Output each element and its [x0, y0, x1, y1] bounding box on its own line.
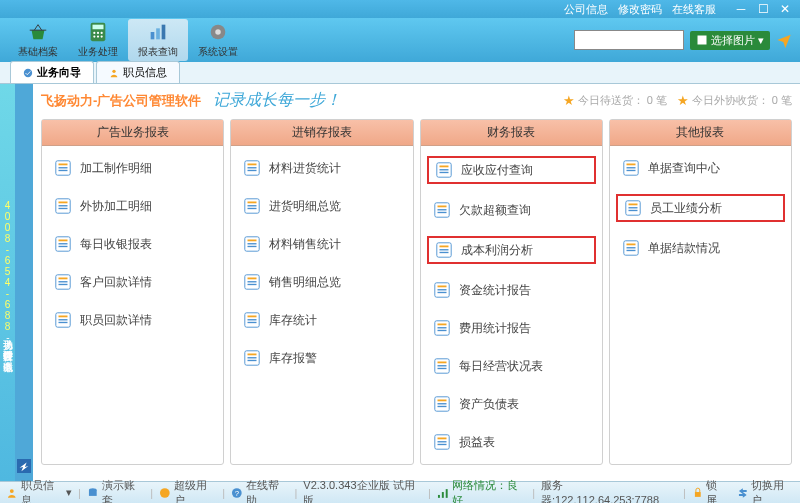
report-item[interactable]: 材料销售统计: [237, 232, 406, 256]
report-icon: [54, 235, 72, 253]
svg-rect-64: [439, 172, 448, 173]
send-icon[interactable]: [776, 32, 792, 48]
svg-rect-35: [59, 319, 68, 320]
db-icon: [87, 487, 99, 499]
svg-point-2: [93, 32, 95, 34]
tab-employee-info[interactable]: 职员信息: [96, 61, 180, 83]
report-icon: [435, 161, 453, 179]
side-vertical-banner: 4008-654-688飞扬动力-广告公司管理软件 服务电话:: [0, 84, 15, 481]
report-item[interactable]: 销售明细总览: [237, 270, 406, 294]
report-item-label: 材料销售统计: [269, 236, 341, 253]
sb-switch-user[interactable]: 切换用户: [737, 478, 794, 504]
help-icon: ?: [231, 487, 243, 499]
report-item[interactable]: 单据查询中心: [616, 156, 785, 180]
star-icon: ★: [677, 93, 689, 108]
report-panel: 广告业务报表加工制作明细外协加工明细每日收银报表客户回款详情职员回款详情: [41, 119, 224, 465]
report-item[interactable]: 客户回款详情: [48, 270, 217, 294]
report-item[interactable]: 费用统计报告: [427, 316, 596, 340]
svg-rect-24: [59, 208, 68, 209]
report-item-label: 费用统计报告: [459, 320, 531, 337]
report-panel: 进销存报表材料进货统计进货明细总览材料销售统计销售明细总览库存统计库存报警: [230, 119, 413, 465]
select-picture-button[interactable]: 选择图片 ▾: [690, 31, 770, 50]
star-icon: ★: [563, 93, 575, 108]
report-panel: 财务报表应收应付查询欠款超额查询成本利润分析资金统计报告费用统计报告每日经营状况…: [420, 119, 603, 465]
report-icon: [622, 239, 640, 257]
pending-delivery-pill[interactable]: ★ 今日待送货： 0 笔: [563, 93, 667, 108]
link-change-password[interactable]: 修改密码: [618, 2, 662, 17]
minimize-button[interactable]: ─: [734, 2, 748, 16]
sb-network: 网络情况：良好: [437, 478, 526, 504]
svg-point-14: [24, 68, 32, 76]
search-input[interactable]: [574, 30, 684, 50]
report-item[interactable]: 材料进货统计: [237, 156, 406, 180]
report-item[interactable]: 职员回款详情: [48, 308, 217, 332]
toolbar-basic-archives[interactable]: 基础档案: [8, 19, 68, 61]
report-item[interactable]: 员工业绩分析: [616, 194, 785, 222]
sb-demo-account[interactable]: 演示账套: [87, 478, 144, 504]
report-item[interactable]: 外协加工明细: [48, 194, 217, 218]
sb-employee-info[interactable]: 职员信息▾: [6, 478, 72, 504]
svg-rect-44: [248, 208, 257, 209]
svg-rect-28: [59, 246, 68, 247]
svg-rect-56: [248, 322, 257, 323]
chart-icon: [147, 21, 169, 43]
svg-rect-54: [248, 316, 257, 318]
toolbar-system-settings[interactable]: 系统设置: [188, 19, 248, 61]
report-item[interactable]: 加工制作明细: [48, 156, 217, 180]
report-item[interactable]: 成本利润分析: [427, 236, 596, 264]
svg-rect-103: [626, 247, 635, 248]
report-item[interactable]: 损益表: [427, 430, 596, 454]
report-icon: [622, 159, 640, 177]
report-item-label: 损益表: [459, 434, 495, 451]
report-item-label: 库存统计: [269, 312, 317, 329]
svg-rect-22: [59, 202, 68, 204]
toolbar-report-query[interactable]: 报表查询: [128, 19, 188, 61]
svg-rect-50: [248, 278, 257, 280]
svg-rect-88: [437, 406, 446, 407]
svg-point-105: [10, 489, 14, 493]
sb-online-help[interactable]: ? 在线帮助: [231, 478, 288, 504]
report-item-label: 应收应付查询: [461, 162, 533, 179]
report-item[interactable]: 应收应付查询: [427, 156, 596, 184]
svg-rect-78: [437, 324, 446, 326]
panel-header: 进销存报表: [231, 120, 412, 146]
sb-lock-screen[interactable]: 锁 屏: [692, 478, 731, 504]
report-item[interactable]: 库存统计: [237, 308, 406, 332]
close-button[interactable]: ✕: [778, 2, 792, 16]
report-item[interactable]: 每日收银报表: [48, 232, 217, 256]
svg-rect-114: [695, 492, 701, 497]
report-item[interactable]: 欠款超额查询: [427, 198, 596, 222]
svg-rect-52: [248, 284, 257, 285]
report-item[interactable]: 资产负债表: [427, 392, 596, 416]
signal-icon: [437, 487, 449, 499]
svg-rect-72: [439, 252, 448, 253]
link-online-support[interactable]: 在线客服: [672, 2, 716, 17]
arrow-logo-icon: [17, 459, 31, 473]
svg-rect-82: [437, 362, 446, 364]
switch-user-icon: [737, 487, 749, 499]
svg-point-3: [97, 32, 99, 34]
svg-rect-58: [248, 354, 257, 356]
svg-rect-46: [248, 240, 257, 242]
svg-rect-51: [248, 281, 257, 282]
toolbar-business-process[interactable]: 业务处理: [68, 19, 128, 61]
report-item[interactable]: 资金统计报告: [427, 278, 596, 302]
panel-header: 广告业务报表: [42, 120, 223, 146]
tab-business-guide[interactable]: 业务向导: [10, 61, 94, 83]
svg-rect-68: [437, 212, 446, 213]
maximize-button[interactable]: ☐: [756, 2, 770, 16]
report-icon: [243, 273, 261, 291]
link-company-info[interactable]: 公司信息: [564, 2, 608, 17]
svg-point-4: [101, 32, 103, 34]
svg-rect-30: [59, 278, 68, 280]
report-icon: [243, 235, 261, 253]
report-item[interactable]: 进货明细总览: [237, 194, 406, 218]
sb-super-user[interactable]: 超级用户: [159, 478, 216, 504]
report-item[interactable]: 单据结款情况: [616, 236, 785, 260]
report-item[interactable]: 每日经营状况表: [427, 354, 596, 378]
svg-rect-107: [89, 490, 97, 496]
main-toolbar: 基础档案 业务处理 报表查询 系统设置 选择图片 ▾: [0, 18, 800, 62]
report-item[interactable]: 库存报警: [237, 346, 406, 370]
svg-rect-42: [248, 202, 257, 204]
out-collect-pill[interactable]: ★ 今日外协收货： 0 笔: [677, 93, 792, 108]
